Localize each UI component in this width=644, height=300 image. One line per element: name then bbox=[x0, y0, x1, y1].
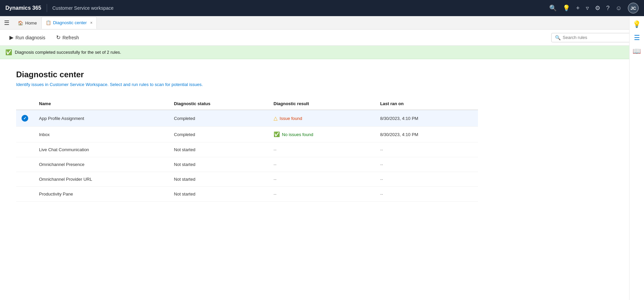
sidebar-list-icon[interactable]: ☰ bbox=[634, 34, 640, 42]
row-status: Not started bbox=[169, 172, 268, 187]
row-result: -- bbox=[268, 172, 375, 187]
row-name: Omnichannel Presence bbox=[34, 157, 169, 172]
refresh-icon: ↻ bbox=[56, 34, 61, 41]
table-row[interactable]: Live Chat CommunicationNot started---- bbox=[16, 142, 478, 157]
table-row[interactable]: Productivity PaneNot started---- bbox=[16, 187, 478, 202]
sidebar-lightbulb-icon[interactable]: 💡 bbox=[633, 20, 641, 28]
row-status: Completed bbox=[169, 110, 268, 127]
na-label: -- bbox=[274, 177, 277, 182]
success-icon: ✅ bbox=[5, 49, 12, 55]
success-banner: ✅ Diagnosis completed successfully for t… bbox=[0, 46, 644, 59]
warning-triangle-icon: △ bbox=[274, 115, 278, 121]
sidebar-book-icon[interactable]: 📖 bbox=[633, 47, 641, 55]
home-icon: 🏠 bbox=[18, 20, 23, 26]
row-name: Omnichannel Provider URL bbox=[34, 172, 169, 187]
col-name: Name bbox=[34, 98, 169, 110]
issue-found-label: △Issue found bbox=[274, 115, 369, 121]
row-last-ran: -- bbox=[375, 187, 478, 202]
main-content: Diagnostic center Identify issues in Cus… bbox=[0, 59, 494, 212]
row-last-ran: -- bbox=[375, 142, 478, 157]
hamburger-icon[interactable]: ☰ bbox=[3, 18, 11, 28]
row-checkbox[interactable] bbox=[16, 142, 34, 157]
row-name: Inbox bbox=[34, 127, 169, 142]
check-circle-icon: ✅ bbox=[274, 131, 280, 137]
table-row[interactable]: InboxCompleted✅No issues found8/30/2023,… bbox=[16, 127, 478, 142]
topbar: Dynamics 365 Customer Service workspace … bbox=[0, 0, 644, 16]
row-name: Live Chat Communication bbox=[34, 142, 169, 157]
settings-icon[interactable]: ⚙ bbox=[595, 4, 600, 12]
table-row[interactable]: App Profile AssignmentCompleted△Issue fo… bbox=[16, 110, 478, 127]
na-label: -- bbox=[274, 162, 277, 167]
tab-close-icon[interactable]: × bbox=[90, 20, 92, 25]
topbar-icons: 🔍 💡 + ▿ ⚙ ? ☺ JC bbox=[549, 3, 639, 13]
search-rules-input[interactable] bbox=[563, 35, 635, 40]
lightbulb-icon[interactable]: 💡 bbox=[563, 4, 570, 12]
smiley-icon[interactable]: ☺ bbox=[616, 5, 622, 12]
run-diagnosis-icon: ▶ bbox=[9, 34, 13, 41]
toolbar: ▶ Run diagnosis ↻ Refresh 🔍 bbox=[0, 30, 644, 46]
search-rules-icon: 🔍 bbox=[555, 35, 561, 40]
row-last-ran: -- bbox=[375, 157, 478, 172]
banner-message: Diagnosis completed successfully for the… bbox=[15, 50, 633, 55]
refresh-label: Refresh bbox=[63, 35, 79, 40]
row-checkbox[interactable] bbox=[16, 110, 34, 127]
home-tab-label: Home bbox=[25, 20, 37, 26]
search-rules-box: 🔍 bbox=[551, 33, 639, 42]
no-issues-label: ✅No issues found bbox=[274, 131, 369, 137]
row-name: Productivity Pane bbox=[34, 187, 169, 202]
tabbar: ☰ 🏠 Home 📋 Diagnostic center × bbox=[0, 16, 644, 30]
row-result: △Issue found bbox=[268, 110, 375, 127]
row-status: Not started bbox=[169, 142, 268, 157]
na-label: -- bbox=[274, 147, 277, 152]
na-label: -- bbox=[274, 191, 277, 197]
row-status: Completed bbox=[169, 127, 268, 142]
row-status: Not started bbox=[169, 187, 268, 202]
row-result: -- bbox=[268, 187, 375, 202]
diagnostic-tab-label: Diagnostic center bbox=[53, 20, 87, 25]
tab-home[interactable]: 🏠 Home bbox=[13, 17, 41, 29]
brand-label: Dynamics 365 bbox=[5, 5, 41, 11]
row-result: ✅No issues found bbox=[268, 127, 375, 142]
row-last-ran: 8/30/2023, 4:10 PM bbox=[375, 127, 478, 142]
run-diagnosis-label: Run diagnosis bbox=[15, 35, 45, 40]
help-icon[interactable]: ? bbox=[606, 5, 610, 12]
checkbox-checked-indicator bbox=[22, 115, 28, 122]
filter-icon[interactable]: ▿ bbox=[586, 4, 589, 12]
topbar-divider bbox=[47, 4, 47, 12]
row-checkbox[interactable] bbox=[16, 172, 34, 187]
run-diagnosis-button[interactable]: ▶ Run diagnosis bbox=[5, 32, 49, 43]
diagnostic-tab-icon: 📋 bbox=[46, 20, 51, 25]
page-title: Diagnostic center bbox=[16, 70, 478, 79]
page-subtitle: Identify issues in Customer Service Work… bbox=[16, 82, 478, 87]
avatar[interactable]: JC bbox=[628, 3, 639, 13]
row-last-ran: 8/30/2023, 4:10 PM bbox=[375, 110, 478, 127]
row-result: -- bbox=[268, 142, 375, 157]
row-checkbox[interactable] bbox=[16, 157, 34, 172]
col-status: Diagnostic status bbox=[169, 98, 268, 110]
diagnostic-table: Name Diagnostic status Diagnostic result… bbox=[16, 98, 478, 202]
row-checkbox[interactable] bbox=[16, 187, 34, 202]
row-status: Not started bbox=[169, 157, 268, 172]
col-checkbox bbox=[16, 98, 34, 110]
tab-diagnostic-center[interactable]: 📋 Diagnostic center × bbox=[41, 17, 97, 29]
table-header-row: Name Diagnostic status Diagnostic result… bbox=[16, 98, 478, 110]
add-icon[interactable]: + bbox=[576, 5, 580, 12]
refresh-button[interactable]: ↻ Refresh bbox=[52, 32, 83, 43]
col-last-ran: Last ran on bbox=[375, 98, 478, 110]
col-result: Diagnostic result bbox=[268, 98, 375, 110]
row-last-ran: -- bbox=[375, 172, 478, 187]
table-row[interactable]: Omnichannel Provider URLNot started---- bbox=[16, 172, 478, 187]
row-result: -- bbox=[268, 157, 375, 172]
row-checkbox[interactable] bbox=[16, 127, 34, 142]
search-icon[interactable]: 🔍 bbox=[549, 4, 557, 12]
right-sidebar: 💡 ☰ 📖 bbox=[629, 16, 644, 212]
app-label: Customer Service workspace bbox=[52, 5, 549, 11]
table-row[interactable]: Omnichannel PresenceNot started---- bbox=[16, 157, 478, 172]
row-name: App Profile Assignment bbox=[34, 110, 169, 127]
